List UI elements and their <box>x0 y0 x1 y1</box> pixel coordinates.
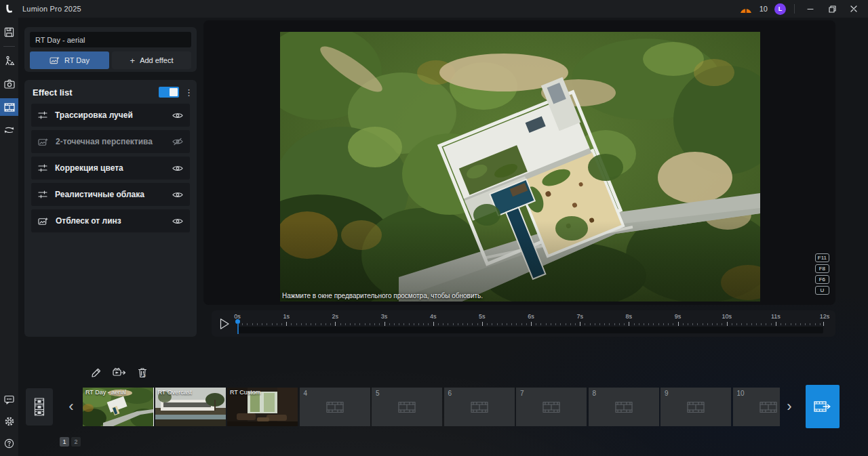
effect-row-real-clouds[interactable]: Реалистичные облака <box>31 183 190 206</box>
clip-slot-5[interactable]: 5 <box>372 388 442 426</box>
prev-page-chevron[interactable]: ‹ <box>65 397 77 416</box>
title-bar: Lumion Pro 2025 10 L <box>0 0 868 18</box>
photo-mode-icon[interactable] <box>0 75 18 93</box>
visibility-eye-icon[interactable] <box>172 165 183 172</box>
clip-name-input[interactable] <box>30 32 191 47</box>
delete-clip-icon[interactable]: 2x <box>134 364 151 381</box>
kebab-menu-icon[interactable]: ⋮ <box>184 88 190 97</box>
mode-sidebar <box>0 18 18 456</box>
clip-slot-10[interactable]: 10 <box>733 388 781 426</box>
minimize-icon[interactable] <box>803 2 818 16</box>
style-button-label: RT Day <box>64 56 90 64</box>
render-movie-button[interactable] <box>806 385 840 428</box>
clip-slot-1[interactable]: RT Day - aerial <box>83 388 153 426</box>
render-clip-icon[interactable] <box>111 364 127 381</box>
effect-row-color-correction[interactable]: Коррекция цвета <box>31 157 190 180</box>
sliders-icon <box>38 190 47 199</box>
clip-label: RT Custom <box>230 389 260 396</box>
next-page-chevron[interactable]: › <box>783 397 795 416</box>
add-effect-button[interactable]: + Add effect <box>112 51 191 69</box>
style-effect-icon <box>38 217 48 226</box>
export-film-icon <box>814 400 831 413</box>
titlebar-divider <box>794 4 795 14</box>
clip-number: 4 <box>304 390 308 397</box>
major-tick <box>580 322 580 326</box>
close-icon[interactable] <box>846 2 861 16</box>
tick-label: 3s <box>381 313 388 320</box>
movie-mode-icon[interactable] <box>0 98 18 116</box>
clip-slot-2[interactable]: RT Overcast <box>155 388 226 426</box>
major-tick <box>433 322 434 326</box>
clip-slot-8[interactable]: 8 <box>589 388 659 426</box>
build-mode-icon[interactable] <box>0 52 18 70</box>
lumion-app-window: Lumion Pro 2025 10 L <box>0 0 868 456</box>
empty-clip-film-icon <box>471 401 488 413</box>
style-effect-icon <box>38 138 48 146</box>
page-1-chip[interactable]: 1 <box>60 437 69 447</box>
visibility-eye-off-icon[interactable] <box>172 138 183 146</box>
clip-filmstrip: RT Day - aerial RT Overcast <box>83 388 780 426</box>
clip-style-panel: RT Day + Add effect <box>24 27 197 72</box>
render-preview-image[interactable] <box>280 32 760 302</box>
panorama-mode-icon[interactable] <box>0 121 18 139</box>
effect-row-ray-tracing[interactable]: Трассировка лучей <box>31 104 190 127</box>
save-icon[interactable] <box>0 23 18 41</box>
clip-collection-button[interactable] <box>26 388 53 426</box>
major-tick <box>482 322 483 326</box>
empty-clip-film-icon <box>615 401 633 413</box>
clip-slot-3[interactable]: RT Custom <box>227 388 298 426</box>
feedback-icon[interactable] <box>0 391 18 409</box>
clip-slot-4[interactable]: 4 <box>300 388 370 426</box>
sliders-icon <box>38 163 47 173</box>
playhead-line <box>237 323 239 334</box>
tick-label: 5s <box>479 313 486 320</box>
tick-label: 9s <box>675 313 682 320</box>
help-icon[interactable] <box>0 434 18 452</box>
plus-icon: + <box>130 56 136 66</box>
timeline-panel: 0s 1s 2s 3s 4s 5s 6s 7s 8s 9s 10s 11s 12… <box>212 310 835 337</box>
clip-number: 5 <box>376 390 380 397</box>
style-effect-icon <box>50 56 60 64</box>
clip-duration-track <box>237 327 823 333</box>
tick-label: 10s <box>722 313 732 320</box>
render-credits-gauge-icon <box>739 5 753 14</box>
tick-label: 4s <box>430 313 437 320</box>
clip-slot-6[interactable]: 6 <box>444 388 515 426</box>
empty-clip-film-icon <box>687 401 705 413</box>
timeline-ruler[interactable]: 0s 1s 2s 3s 4s 5s 6s 7s 8s 9s 10s 11s 12… <box>237 310 825 337</box>
shortcut-badge-f6: F6 <box>815 275 829 284</box>
effect-list-master-toggle[interactable] <box>159 87 179 98</box>
effect-row-lens-flare[interactable]: Отблеск от линз <box>31 209 190 232</box>
shortcut-badge-f11: F11 <box>815 253 829 262</box>
empty-clip-film-icon <box>542 401 560 413</box>
major-tick <box>531 322 532 326</box>
page-2-chip[interactable]: 2 <box>71 437 81 447</box>
style-button[interactable]: RT Day <box>30 51 109 69</box>
tick-label: 1s <box>283 313 290 320</box>
tick-label: 12s <box>820 313 830 320</box>
app-title: Lumion Pro 2025 <box>22 5 81 13</box>
effect-row-two-point-perspective[interactable]: 2-точечная перспектива <box>31 130 190 153</box>
filmstrip-pager: 1 2 <box>60 437 81 447</box>
clip-toolbar: 2x <box>87 364 151 381</box>
visibility-eye-icon[interactable] <box>172 217 183 225</box>
empty-clip-film-icon <box>326 401 344 413</box>
tick-label: 8s <box>626 313 633 320</box>
restore-icon[interactable] <box>825 2 840 16</box>
visibility-eye-icon[interactable] <box>172 112 183 119</box>
major-tick <box>727 322 728 326</box>
clip-slot-9[interactable]: 9 <box>660 388 731 426</box>
user-avatar[interactable]: L <box>774 3 786 15</box>
svg-text:2x: 2x <box>142 373 146 377</box>
tick-label: 11s <box>771 313 781 320</box>
sidebar-divider <box>3 46 15 47</box>
settings-icon[interactable] <box>0 413 18 430</box>
major-tick <box>678 322 679 326</box>
shortcut-badge-u: U <box>815 286 829 295</box>
effect-list-title: Effect list <box>33 87 73 98</box>
edit-pencil-icon[interactable] <box>87 364 104 381</box>
clip-slot-7[interactable]: 7 <box>516 388 587 426</box>
clip-number: 6 <box>448 390 452 397</box>
sliders-icon <box>38 110 47 120</box>
visibility-eye-icon[interactable] <box>172 191 183 199</box>
